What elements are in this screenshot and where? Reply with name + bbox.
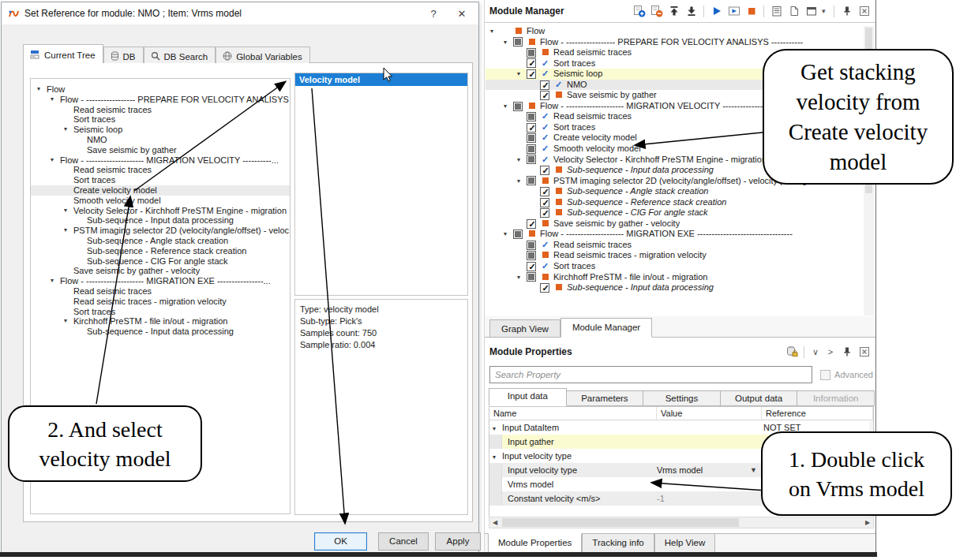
close-panel-icon[interactable]	[857, 345, 871, 359]
layout-dropdown-caret[interactable]: ▾	[822, 7, 828, 15]
tab-parameters[interactable]: Parameters	[566, 390, 644, 406]
chevron-right-icon[interactable]: >	[825, 347, 836, 357]
expand-icon[interactable]: ▾	[51, 155, 60, 166]
tab-global-variables[interactable]: Global Variables	[216, 47, 310, 63]
dialog-tree-item[interactable]: ▾Flow - ----------------- PREPARE FOR VE…	[31, 95, 290, 105]
module-tree-item[interactable]: Sub-sequence - CIG For angle stack	[485, 207, 863, 218]
tab-module-properties[interactable]: Module Properties	[488, 533, 582, 553]
delete-module-icon[interactable]	[650, 5, 663, 18]
move-bottom-icon[interactable]	[684, 5, 698, 18]
module-checkbox[interactable]	[527, 241, 536, 250]
scroll-right-icon[interactable]: ▶	[862, 519, 873, 526]
expand-icon[interactable]: ▾	[64, 206, 73, 216]
module-tree-item[interactable]: Read seismic traces - migration velocity	[485, 250, 863, 261]
expand-icon[interactable]: ▾	[51, 95, 60, 105]
close-panel-icon[interactable]	[857, 5, 871, 18]
stop-icon[interactable]	[744, 5, 758, 18]
ok-button[interactable]: OK	[314, 532, 367, 551]
move-top-icon[interactable]	[667, 5, 680, 18]
list-item-velocity-model[interactable]: Velocity model	[295, 73, 467, 86]
module-checkbox[interactable]	[527, 69, 536, 79]
advanced-checkbox[interactable]: Advanced	[820, 370, 873, 380]
module-checkbox[interactable]	[513, 102, 523, 111]
module-checkbox[interactable]	[527, 176, 536, 185]
module-checkbox[interactable]	[527, 262, 536, 271]
run-icon[interactable]	[710, 5, 723, 18]
dialog-tree-item[interactable]: Read seismic traces	[31, 286, 290, 297]
module-checkbox[interactable]	[527, 133, 536, 143]
cancel-button[interactable]: Cancel	[378, 532, 429, 551]
dialog-tree-item[interactable]: Create velocity model	[31, 185, 290, 196]
module-checkbox[interactable]	[527, 251, 536, 260]
pin-icon[interactable]	[840, 345, 853, 359]
expand-icon[interactable]: ▾	[504, 37, 513, 48]
module-tree-item[interactable]: Sort traces	[485, 261, 863, 272]
dialog-tree-item[interactable]: ▾Velocity Selector - Kirchhoff PreSTM En…	[31, 206, 290, 216]
expand-icon[interactable]: ▾	[517, 176, 527, 187]
dialog-tree-item[interactable]: Sub-sequence - Angle stack creation	[31, 236, 290, 246]
module-tree-item[interactable]: Save seismic by gather - velocity	[485, 218, 863, 230]
expand-icon[interactable]: ▾	[517, 272, 527, 283]
dialog-tree-item[interactable]: Sub-sequence - CIG For angle stack	[31, 256, 290, 267]
apply-button[interactable]: Apply	[435, 532, 481, 551]
advanced-checkbox-box[interactable]	[820, 370, 830, 380]
tab-tracking-info[interactable]: Tracking info	[582, 534, 654, 553]
tab-module-manager[interactable]: Module Manager	[560, 318, 652, 338]
module-checkbox[interactable]	[527, 155, 536, 164]
module-tree-item[interactable]: ▾Flow - -------------------- MIGRATION E…	[485, 229, 863, 240]
dialog-tree-item[interactable]: ▾Kirchhoff PreSTM - file in/out - migrat…	[31, 316, 290, 327]
dialog-tree-item[interactable]: Save seismic by gather	[31, 145, 290, 155]
module-checkbox[interactable]	[540, 80, 549, 90]
module-checkbox[interactable]	[527, 144, 536, 154]
module-checkbox[interactable]	[513, 230, 523, 239]
tab-settings[interactable]: Settings	[643, 390, 721, 406]
tab-db-search[interactable]: DB Search	[144, 47, 216, 63]
module-checkbox[interactable]	[540, 198, 549, 207]
tab-information[interactable]: Information	[797, 390, 875, 406]
module-checkbox[interactable]	[527, 272, 536, 282]
module-tree-item[interactable]: Sub-sequence - Input data processing	[485, 282, 863, 293]
dialog-tree-item[interactable]: Read seismic traces	[31, 105, 290, 115]
module-checkbox[interactable]	[527, 58, 536, 68]
module-tree-item[interactable]: Sub-sequence - Angle stack creation	[485, 186, 863, 197]
module-checkbox[interactable]	[540, 91, 549, 100]
dialog-tree-item[interactable]: ▾Flow - -------------------- MIGRATION V…	[31, 155, 290, 166]
dialog-tree-item[interactable]: Read seismic traces	[31, 165, 290, 175]
database-lock-icon[interactable]	[785, 345, 798, 359]
dialog-tree-item[interactable]: Sub-sequence - Reference stack creation	[31, 246, 290, 256]
scrollbar-thumb[interactable]	[502, 518, 739, 527]
module-tree-item[interactable]: Sub-sequence - Reference stack creation	[485, 197, 863, 208]
expand-icon[interactable]: ▾	[64, 226, 73, 236]
dialog-tree-item[interactable]: Smooth velocity model	[31, 196, 290, 206]
dialog-tree-item[interactable]: ▾Seismic loop	[31, 125, 290, 135]
new-document-icon[interactable]	[787, 5, 800, 18]
dialog-tree-item[interactable]: Sort traces	[31, 307, 290, 317]
tab-input-data[interactable]: Input data	[489, 388, 567, 406]
expand-icon[interactable]: ▾	[517, 69, 527, 80]
dialog-tree-item[interactable]: Sub-sequence - Input data processing	[31, 215, 290, 226]
dialog-tree-item[interactable]: ▾Flow	[31, 84, 290, 95]
dropdown-caret-icon[interactable]: ▼	[750, 463, 757, 477]
module-tree-item[interactable]: ▾Flow - ----------------- PREPARE FOR VE…	[485, 37, 863, 48]
expand-icon[interactable]: ▾	[517, 155, 527, 166]
module-checkbox[interactable]	[527, 219, 536, 229]
help-button[interactable]: ?	[422, 8, 445, 20]
chevron-down-icon[interactable]: ∨	[810, 347, 821, 357]
expand-icon[interactable]: ▾	[64, 316, 73, 327]
tab-output-data[interactable]: Output data	[720, 390, 798, 406]
column-value[interactable]: Value	[657, 407, 762, 420]
module-checkbox[interactable]	[527, 48, 536, 58]
expand-icon[interactable]: ▾	[490, 26, 500, 37]
module-tree-item[interactable]: ▾Kirchhoff PreSTM - file in/out - migrat…	[485, 272, 863, 283]
expand-icon[interactable]: ▾	[51, 276, 60, 286]
tab-graph-view[interactable]: Graph View	[489, 319, 560, 338]
module-checkbox[interactable]	[540, 283, 549, 293]
module-checkbox[interactable]	[540, 166, 549, 175]
scroll-left-icon[interactable]: ◀	[489, 519, 500, 526]
run-flow-icon[interactable]	[727, 5, 740, 18]
pin-icon[interactable]	[840, 5, 853, 18]
dialog-tree-item[interactable]: Read seismic traces - migration velocity	[31, 297, 290, 307]
dialog-tree-item[interactable]: NMO	[31, 135, 290, 145]
add-module-icon[interactable]	[632, 5, 646, 18]
expand-icon[interactable]: ▾	[504, 101, 513, 112]
